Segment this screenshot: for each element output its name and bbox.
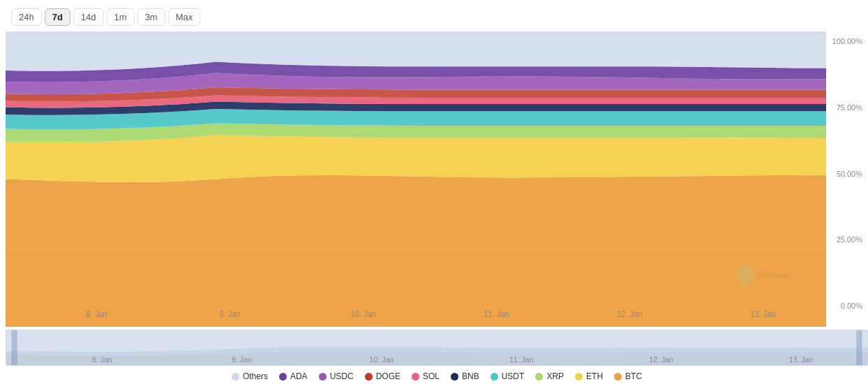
legend: OthersADAUSDCDOGESOLBNBUSDTXRPETHBTC bbox=[6, 366, 868, 384]
svg-text:8. Jan: 8. Jan bbox=[92, 356, 112, 364]
time-filter-3m[interactable]: 3m bbox=[137, 8, 165, 26]
svg-rect-15 bbox=[6, 330, 867, 366]
legend-item-bnb[interactable]: BNB bbox=[451, 371, 479, 381]
legend-item-sol[interactable]: SOL bbox=[412, 371, 440, 381]
legend-dot-others bbox=[232, 373, 239, 381]
legend-label-xrp: XRP bbox=[546, 371, 564, 381]
legend-dot-sol bbox=[412, 373, 419, 381]
svg-text:8. Jan: 8. Jan bbox=[87, 309, 107, 320]
time-filter-1m[interactable]: 1m bbox=[107, 8, 135, 26]
y-label-50: 50.00% bbox=[837, 170, 862, 178]
y-label-25: 25.00% bbox=[837, 235, 862, 244]
legend-item-usdc[interactable]: USDC bbox=[319, 371, 354, 381]
y-axis: 100.00% 75.00% 50.00% 25.00% 0.00% bbox=[826, 31, 868, 327]
legend-item-ada[interactable]: ADA bbox=[279, 371, 308, 381]
svg-text:CoinGecko: CoinGecko bbox=[756, 271, 791, 280]
legend-dot-btc bbox=[614, 373, 622, 381]
y-label-0: 0.00% bbox=[841, 302, 862, 310]
chart-wrapper: 8. Jan 9. Jan 10. Jan 11. Jan 12. Jan 13… bbox=[0, 31, 868, 384]
legend-label-btc: BTC bbox=[625, 371, 642, 381]
legend-dot-doge bbox=[365, 373, 373, 381]
legend-label-usdc: USDC bbox=[330, 371, 354, 381]
legend-dot-eth bbox=[575, 373, 583, 381]
legend-dot-ada bbox=[279, 373, 287, 381]
legend-item-others[interactable]: Others bbox=[232, 371, 268, 381]
y-label-75: 75.00% bbox=[837, 103, 862, 112]
time-filter-7d[interactable]: 7d bbox=[45, 8, 70, 26]
svg-text:11. Jan: 11. Jan bbox=[484, 309, 509, 320]
svg-text:11. Jan: 11. Jan bbox=[509, 356, 534, 364]
legend-item-eth[interactable]: ETH bbox=[575, 371, 603, 381]
legend-dot-bnb bbox=[451, 373, 458, 381]
legend-dot-xrp bbox=[535, 373, 543, 381]
legend-label-sol: SOL bbox=[423, 371, 440, 381]
svg-text:10. Jan: 10. Jan bbox=[370, 356, 394, 364]
time-filter-bar: 24h7d14d1m3mMax bbox=[0, 8, 868, 26]
svg-rect-17 bbox=[11, 330, 17, 366]
svg-text:9. Jan: 9. Jan bbox=[232, 356, 252, 364]
legend-item-btc[interactable]: BTC bbox=[614, 371, 642, 381]
navigator-area[interactable]: 8. Jan 9. Jan 10. Jan 11. Jan 12. Jan 13… bbox=[6, 330, 868, 366]
svg-text:9. Jan: 9. Jan bbox=[220, 309, 241, 320]
svg-point-12 bbox=[737, 265, 754, 284]
legend-label-usdt: USDT bbox=[502, 371, 525, 381]
legend-label-doge: DOGE bbox=[376, 371, 401, 381]
y-label-100: 100.00% bbox=[832, 37, 862, 45]
main-chart-area: 8. Jan 9. Jan 10. Jan 11. Jan 12. Jan 13… bbox=[6, 31, 868, 327]
legend-dot-usdc bbox=[319, 373, 327, 381]
time-filter-24h[interactable]: 24h bbox=[11, 8, 42, 26]
legend-item-usdt[interactable]: USDT bbox=[491, 371, 525, 381]
app-container: 24h7d14d1m3mMax bbox=[0, 0, 868, 384]
svg-text:13. Jan: 13. Jan bbox=[789, 356, 814, 364]
svg-text:10. Jan: 10. Jan bbox=[350, 309, 375, 320]
chart-svg-container: 8. Jan 9. Jan 10. Jan 11. Jan 12. Jan 13… bbox=[6, 31, 826, 327]
legend-item-xrp[interactable]: XRP bbox=[535, 371, 564, 381]
time-filter-max[interactable]: Max bbox=[168, 8, 201, 26]
legend-label-others: Others bbox=[243, 371, 268, 381]
svg-rect-16 bbox=[856, 330, 862, 366]
svg-text:13. Jan: 13. Jan bbox=[750, 309, 775, 320]
legend-label-ada: ADA bbox=[290, 371, 308, 381]
legend-label-bnb: BNB bbox=[462, 371, 479, 381]
legend-item-doge[interactable]: DOGE bbox=[365, 371, 401, 381]
legend-dot-usdt bbox=[491, 373, 498, 381]
svg-text:12. Jan: 12. Jan bbox=[649, 356, 673, 364]
time-filter-14d[interactable]: 14d bbox=[73, 8, 104, 26]
legend-label-eth: ETH bbox=[586, 371, 603, 381]
svg-text:12. Jan: 12. Jan bbox=[617, 309, 642, 320]
